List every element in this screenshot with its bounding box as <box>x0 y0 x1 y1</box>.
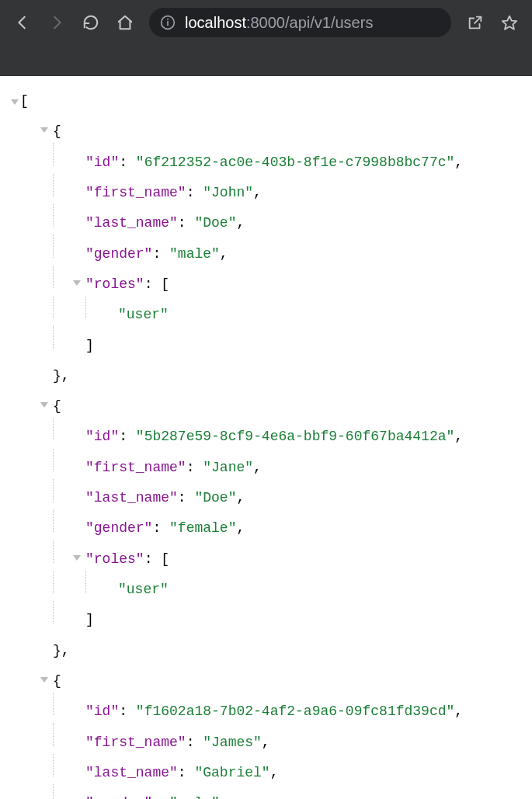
json-line: [ <box>6 90 526 113</box>
json-line: "last_name": "Gabriel", <box>6 754 526 784</box>
back-button[interactable] <box>8 8 37 37</box>
share-button[interactable] <box>461 8 490 37</box>
bookmark-button[interactable] <box>495 8 524 37</box>
json-line: "user" <box>6 571 526 601</box>
json-viewer: [{"id": "6f212352-ac0e-403b-8f1e-c7998b8… <box>0 76 532 799</box>
json-line: "gender": "male", <box>6 234 526 265</box>
json-line: { <box>6 662 526 693</box>
json-line: "id": "5b287e59-8cf9-4e6a-bbf9-60f67ba44… <box>6 418 526 448</box>
json-line: "first_name": "James", <box>6 723 526 753</box>
url-bar[interactable]: localhost:8000/api/v1/users <box>149 8 451 37</box>
collapse-toggle-icon[interactable] <box>73 280 81 286</box>
json-line: { <box>6 113 526 143</box>
json-line: "roles": [ <box>6 540 526 571</box>
collapse-toggle-icon[interactable] <box>40 127 48 133</box>
reload-button[interactable] <box>76 8 106 37</box>
json-line: ] <box>6 601 526 631</box>
collapse-toggle-icon[interactable] <box>73 555 81 561</box>
svg-marker-3 <box>502 16 516 30</box>
collapse-toggle-icon[interactable] <box>40 677 48 683</box>
json-line: "first_name": "Jane", <box>6 449 526 479</box>
svg-point-2 <box>167 19 169 20</box>
json-line: "user" <box>6 296 526 326</box>
forward-button[interactable] <box>42 8 71 37</box>
json-line: "first_name": "John", <box>6 174 526 204</box>
json-line: "roles": [ <box>6 266 526 296</box>
json-line: ] <box>6 326 526 356</box>
toolbar-spacer <box>0 45 532 76</box>
json-line: "last_name": "Doe", <box>6 479 526 509</box>
json-line: }, <box>6 631 526 662</box>
collapse-toggle-icon[interactable] <box>11 99 19 105</box>
home-button[interactable] <box>110 8 140 37</box>
url-path: :8000/api/v1/users <box>246 14 373 31</box>
json-line: "id": "6f212352-ac0e-403b-8f1e-c7998b8bc… <box>6 143 526 173</box>
json-line: { <box>6 387 526 418</box>
browser-toolbar: localhost:8000/api/v1/users <box>0 0 532 45</box>
json-line: "gender": "female", <box>6 509 526 540</box>
json-line: "last_name": "Doe", <box>6 204 526 234</box>
site-info-icon[interactable] <box>160 15 176 30</box>
collapse-toggle-icon[interactable] <box>40 402 48 408</box>
url-host: localhost <box>185 14 246 31</box>
json-line: "gender": "male", <box>6 784 526 799</box>
json-line: }, <box>6 357 526 387</box>
url-text: localhost:8000/api/v1/users <box>185 14 373 32</box>
json-line: "id": "f1602a18-7b02-4af2-a9a6-09fc81fd3… <box>6 693 526 723</box>
